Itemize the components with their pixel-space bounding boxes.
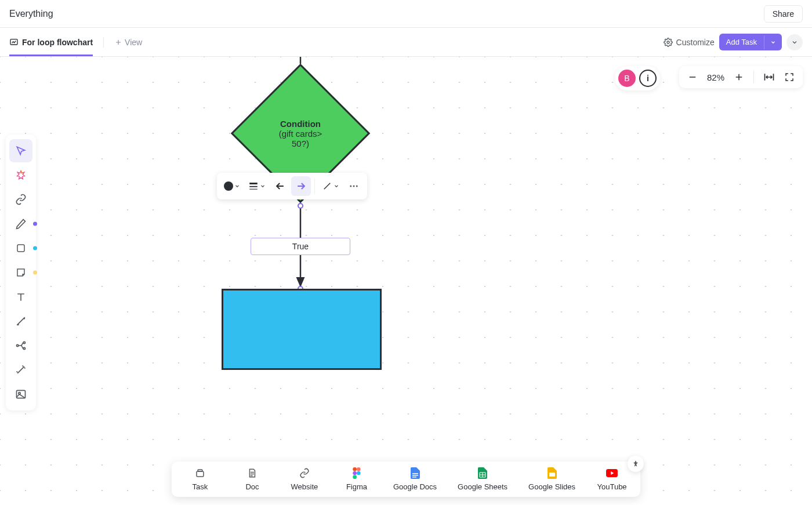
svg-point-10 [350,186,351,187]
fill-color-picker[interactable] [220,176,244,196]
select-tool[interactable] [9,139,32,162]
more-options-button[interactable] [786,34,803,50]
sticky-tool[interactable] [9,261,32,284]
slash-icon [322,181,332,191]
fullscreen-button[interactable] [784,72,795,82]
pin-icon [632,460,640,468]
tab-bar: For loop flowchart View Customize Add Ta… [0,28,812,57]
selection-toolbar [217,173,367,199]
svg-point-18 [357,471,361,475]
process-node[interactable] [222,289,382,370]
svg-rect-20 [549,473,555,477]
share-button[interactable]: Share [764,5,803,23]
tab-divider [103,37,104,48]
add-task-dropdown[interactable] [764,35,782,49]
dots-icon [349,181,359,191]
line-type-picker[interactable] [318,176,343,196]
text-tool[interactable] [9,285,32,308]
gdocs-icon [409,467,421,479]
workspace-title[interactable]: Everything [9,9,53,19]
zoom-out-button[interactable] [687,72,698,82]
dock-gdocs[interactable]: Google Docs [393,467,437,491]
chevron-down-icon [334,183,339,189]
text-icon [15,291,27,303]
collaborators-control: B i [615,66,660,90]
gslides-icon [546,467,558,479]
task-icon [194,467,206,479]
svg-rect-14 [198,470,202,471]
svg-point-11 [353,186,355,187]
shape-tool[interactable] [9,237,32,260]
header: Everything Share [0,0,812,28]
ai-tool[interactable] [9,164,32,187]
branch-icon [15,340,27,351]
whiteboard-icon [9,38,19,47]
ai-icon [15,169,27,181]
fit-width-button[interactable] [763,71,775,83]
more-button[interactable] [344,176,364,196]
minus-icon [687,72,698,82]
svg-point-3 [17,344,19,346]
pin-button[interactable] [628,456,644,472]
figma-icon [351,467,362,479]
insert-dock: Task Doc Website Figma Google Docs Googl… [172,462,640,497]
dock-task[interactable]: Task [184,467,216,491]
pen-tool[interactable] [9,212,32,235]
zoom-in-button[interactable] [734,72,744,82]
pen-icon [15,218,27,230]
svg-point-12 [356,186,358,187]
image-icon [15,388,27,400]
customize-button[interactable]: Customize [664,38,715,47]
whiteboard-canvas[interactable]: B i 82% [0,57,812,505]
mindmap-tool[interactable] [9,334,32,357]
svg-point-15 [353,467,357,471]
dock-gslides[interactable]: Google Slides [528,467,575,491]
svg-point-17 [353,471,357,475]
arrow-end-button[interactable] [291,176,311,196]
add-view-button[interactable]: View [114,38,142,47]
tab-whiteboard[interactable]: For loop flowchart [9,28,93,56]
edges-layer [0,57,812,505]
color-indicator [33,222,37,226]
image-tool[interactable] [9,383,32,406]
svg-point-16 [357,467,361,471]
lines-icon [248,182,259,190]
link-tool[interactable] [9,188,32,211]
color-swatch-icon [224,181,233,191]
chevron-down-icon [791,39,798,46]
plus-icon [114,38,122,46]
svg-point-5 [23,347,25,349]
chevron-down-icon [260,183,266,189]
link-icon [15,194,27,205]
chevron-down-icon [770,39,776,45]
svg-rect-13 [197,471,204,477]
arrow-start-button[interactable] [270,176,290,196]
link-icon [299,467,310,479]
arrow-left-icon [274,180,286,192]
line-style-picker[interactable] [245,176,269,196]
edge-label-input[interactable]: True [251,238,350,255]
effects-tool[interactable] [9,358,32,382]
arrow-right-icon [295,180,307,192]
dock-website[interactable]: Website [289,467,320,491]
add-task-button[interactable]: Add Task [719,34,764,50]
connector-tool[interactable] [9,310,32,333]
connector-handle-start[interactable] [298,203,303,209]
svg-rect-2 [17,245,24,252]
dock-doc[interactable]: Doc [237,467,268,491]
info-icon[interactable]: i [639,70,657,87]
cursor-icon [15,145,27,157]
dock-gsheets[interactable]: Google Sheets [458,467,507,491]
svg-point-19 [353,475,357,479]
avatar[interactable]: B [618,70,636,87]
dock-youtube[interactable]: YouTube [596,467,628,491]
expand-icon [784,72,795,82]
sticky-icon [16,267,26,278]
zoom-percent[interactable]: 82% [707,72,724,82]
connector-icon [15,315,27,327]
svg-point-1 [667,41,669,43]
divider [753,71,754,83]
dock-figma[interactable]: Figma [341,467,372,491]
chevron-down-icon [234,183,240,189]
doc-icon [246,467,258,479]
